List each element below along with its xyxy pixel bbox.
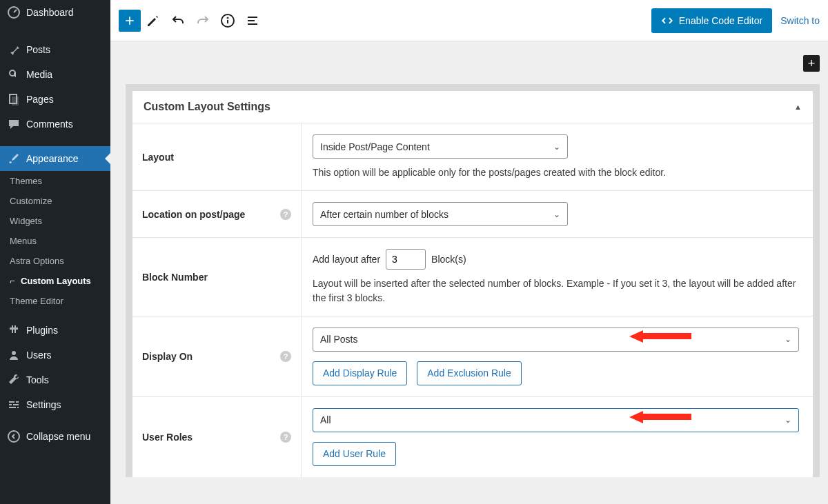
info-button[interactable]	[215, 8, 240, 33]
help-icon[interactable]: ?	[280, 351, 291, 362]
add-block-button[interactable]	[119, 10, 141, 32]
sidebar-item-tools[interactable]: Tools	[0, 367, 110, 392]
setting-label: User Roles	[142, 432, 193, 443]
chevron-down-icon: ⌄	[785, 415, 791, 425]
setting-row-layout: Layout Inside Post/Page Content ⌄ This o…	[132, 123, 813, 191]
sidebar-item-plugins[interactable]: Plugins	[0, 318, 110, 343]
sidebar-item-posts[interactable]: Posts	[0, 37, 110, 62]
setting-label: Block Number	[142, 272, 208, 283]
select-value: All Posts	[320, 334, 357, 345]
sidebar-item-label: Comments	[26, 119, 73, 130]
inline-label: Add layout after	[313, 254, 380, 265]
redo-button[interactable]	[190, 8, 215, 33]
sidebar-item-dashboard[interactable]: Dashboard	[0, 0, 110, 25]
svg-point-6	[8, 431, 19, 442]
plugin-icon	[7, 323, 21, 337]
add-user-rule-button[interactable]: Add User Rule	[313, 442, 396, 466]
help-icon[interactable]: ?	[280, 432, 291, 443]
chevron-down-icon: ⌄	[785, 334, 791, 344]
sidebar-item-label: Posts	[26, 44, 50, 55]
sidebar-sub-custom-layouts[interactable]: ⌐Custom Layouts	[0, 271, 110, 291]
pages-icon	[7, 92, 21, 106]
collapse-icon	[7, 430, 21, 443]
layout-select[interactable]: Inside Post/Page Content ⌄	[313, 134, 568, 159]
sidebar-item-pages[interactable]: Pages	[0, 87, 110, 112]
media-icon	[7, 68, 21, 81]
setting-row-display-on: Display On ? All Posts ⌄ Add Display Rul…	[132, 316, 813, 397]
sidebar-sub-astra-options[interactable]: Astra Options	[0, 251, 110, 271]
sidebar-item-label: Media	[26, 69, 52, 80]
sidebar-item-label: Users	[26, 350, 52, 361]
block-number-input[interactable]	[386, 249, 426, 270]
chevron-down-icon: ⌄	[553, 142, 560, 152]
sidebar-item-settings[interactable]: Settings	[0, 392, 110, 417]
user-icon	[7, 348, 21, 362]
svg-line-1	[14, 10, 17, 12]
brush-icon	[7, 152, 21, 165]
editor-body: + Custom Layout Settings ▲ Layout Inside…	[110, 41, 828, 477]
help-text: This option will be applicable only for …	[313, 165, 802, 179]
inline-label: Block(s)	[431, 254, 466, 265]
setting-row-location: Location on post/page ? After certain nu…	[132, 191, 813, 238]
panel-title: Custom Layout Settings	[144, 101, 270, 113]
sidebar-item-users[interactable]: Users	[0, 343, 110, 367]
wrench-icon	[7, 373, 21, 387]
sidebar-item-label: Pages	[26, 94, 54, 105]
svg-rect-4	[12, 97, 19, 105]
chevron-down-icon: ⌄	[553, 210, 560, 219]
content-area: Enable Code Editor Switch to + Custom La…	[110, 0, 828, 504]
collapse-caret-icon: ▲	[794, 103, 802, 111]
sidebar-item-label: Settings	[26, 399, 61, 410]
sidebar-sub-label: Custom Layouts	[21, 276, 91, 286]
add-display-rule-button[interactable]: Add Display Rule	[313, 361, 407, 385]
sidebar-item-appearance[interactable]: Appearance	[0, 146, 110, 171]
select-value: All	[320, 414, 331, 425]
display-on-select[interactable]: All Posts ⌄	[313, 327, 799, 352]
location-select[interactable]: After certain number of blocks ⌄	[313, 202, 568, 226]
select-value: After certain number of blocks	[320, 209, 448, 220]
settings-panel: Custom Layout Settings ▲ Layout Inside P…	[126, 84, 820, 477]
sidebar-sub-widgets[interactable]: Widgets	[0, 211, 110, 231]
editor-topbar: Enable Code Editor Switch to	[110, 0, 828, 41]
sliders-icon	[7, 398, 21, 412]
pin-icon	[7, 43, 21, 57]
setting-row-user-roles: User Roles ? All ⌄ Add User Rule	[132, 397, 813, 477]
edit-mode-button[interactable]	[141, 8, 166, 33]
setting-label: Layout	[142, 152, 174, 163]
code-icon	[661, 14, 673, 27]
sidebar-sub-menus[interactable]: Menus	[0, 231, 110, 251]
sidebar-item-label: Plugins	[26, 325, 58, 336]
sidebar-sub-themes[interactable]: Themes	[0, 171, 110, 191]
sidebar-item-media[interactable]: Media	[0, 62, 110, 87]
select-value: Inside Post/Page Content	[320, 141, 430, 152]
user-roles-select[interactable]: All ⌄	[313, 408, 799, 432]
panel-header[interactable]: Custom Layout Settings ▲	[132, 91, 813, 123]
help-icon[interactable]: ?	[280, 209, 291, 220]
dashboard-icon	[7, 6, 21, 19]
button-label: Enable Code Editor	[679, 15, 762, 26]
sidebar-sub-customize[interactable]: Customize	[0, 191, 110, 211]
setting-row-block-number: Block Number Add layout after Block(s) L…	[132, 238, 813, 316]
sidebar-item-label: Collapse menu	[26, 431, 90, 442]
setting-label: Display On	[142, 351, 193, 362]
sidebar-sub-theme-editor[interactable]: Theme Editor	[0, 291, 110, 311]
inline-inserter-button[interactable]: +	[803, 55, 820, 72]
sidebar-item-label: Tools	[26, 374, 49, 385]
comment-icon	[7, 117, 21, 131]
svg-point-9	[228, 17, 228, 18]
sidebar-item-comments[interactable]: Comments	[0, 112, 110, 137]
layout-icon: ⌐	[10, 276, 18, 286]
switch-to-link[interactable]: Switch to	[780, 15, 820, 26]
sidebar-item-collapse[interactable]: Collapse menu	[0, 424, 110, 449]
sidebar-item-label: Dashboard	[26, 7, 74, 18]
admin-sidebar: Dashboard Posts Media Pages Comments App…	[0, 0, 110, 504]
sidebar-item-label: Appearance	[26, 153, 79, 164]
add-exclusion-rule-button[interactable]: Add Exclusion Rule	[417, 361, 521, 385]
enable-code-editor-button[interactable]: Enable Code Editor	[651, 8, 772, 33]
setting-label: Location on post/page	[142, 209, 245, 220]
undo-button[interactable]	[166, 8, 190, 33]
outline-button[interactable]	[240, 8, 265, 33]
help-text: Layout will be inserted after the select…	[313, 276, 802, 305]
svg-point-5	[12, 351, 16, 355]
